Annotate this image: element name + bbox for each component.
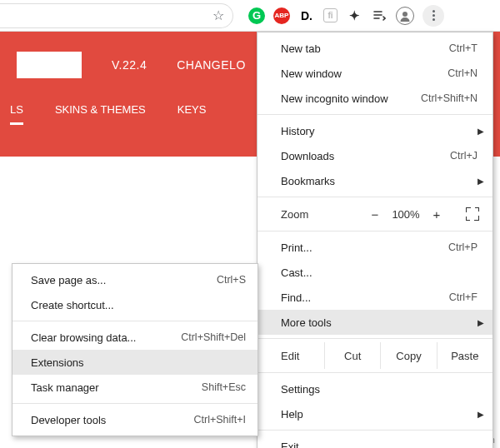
menu-shortcut: Ctrl+Shift+N xyxy=(421,92,478,104)
submenu-create-shortcut[interactable]: Create shortcut... xyxy=(12,292,258,317)
menu-separator xyxy=(258,114,492,115)
menu-shortcut: Ctrl+J xyxy=(450,150,478,162)
menu-label: Exit xyxy=(281,441,478,449)
menu-label: Create shortcut... xyxy=(31,299,246,311)
menu-downloads[interactable]: Downloads Ctrl+J xyxy=(258,143,492,168)
menu-label: Help xyxy=(281,408,478,421)
submenu-task-manager[interactable]: Task manager Shift+Esc xyxy=(12,375,258,400)
menu-separator xyxy=(258,197,492,197)
reading-list-icon[interactable] xyxy=(371,7,388,24)
menu-shortcut: Shift+Esc xyxy=(202,381,246,393)
chrome-main-menu: New tab Ctrl+T New window Ctrl+N New inc… xyxy=(257,32,493,448)
changelog-link[interactable]: CHANGELO xyxy=(177,58,246,72)
menu-shortcut: Ctrl+Shift+I xyxy=(193,414,246,426)
menu-zoom: Zoom − 100% + xyxy=(258,201,492,227)
chrome-menu-button[interactable] xyxy=(422,5,444,27)
menu-label: Settings xyxy=(281,383,478,396)
submenu-arrow-icon: ▶ xyxy=(478,177,484,186)
menu-label: Print... xyxy=(281,241,448,254)
tab-skins-themes[interactable]: SKINS & THEMES xyxy=(55,103,146,125)
submenu-developer-tools[interactable]: Developer tools Ctrl+Shift+I xyxy=(12,407,258,432)
menu-separator xyxy=(12,321,258,321)
menu-label: New window xyxy=(281,67,448,80)
submenu-arrow-icon: ▶ xyxy=(478,318,484,327)
version-label: V.22.4 xyxy=(112,58,147,72)
menu-label: Extensions xyxy=(31,356,246,369)
menu-separator xyxy=(12,403,258,404)
svg-point-0 xyxy=(402,12,408,17)
menu-separator xyxy=(258,372,492,373)
omnibox[interactable]: ☆ xyxy=(0,3,233,28)
menu-more-tools[interactable]: More tools ▶ xyxy=(258,310,492,335)
menu-new-tab[interactable]: New tab Ctrl+T xyxy=(258,36,492,61)
edit-copy-button[interactable]: Copy xyxy=(380,342,436,369)
extensions-puzzle-icon[interactable]: ✦ xyxy=(346,7,362,24)
page-search-input[interactable] xyxy=(17,52,82,78)
tab-ls[interactable]: LS xyxy=(10,103,23,125)
menu-shortcut: Ctrl+S xyxy=(217,274,246,286)
menu-separator xyxy=(258,338,492,339)
menu-shortcut: Ctrl+Shift+Del xyxy=(181,331,246,343)
menu-label: More tools xyxy=(281,316,478,329)
extension-generic-icon[interactable]: fi xyxy=(323,8,338,22)
menu-label: Bookmarks xyxy=(281,175,478,187)
profile-avatar-icon[interactable] xyxy=(396,7,414,25)
extension-d-icon[interactable]: D. xyxy=(298,7,315,24)
menu-shortcut: Ctrl+T xyxy=(449,42,478,54)
menu-find[interactable]: Find... Ctrl+F xyxy=(258,285,492,310)
fullscreen-icon[interactable] xyxy=(466,207,479,221)
edit-label: Edit xyxy=(281,350,324,362)
extension-adblock-icon[interactable]: ABP xyxy=(273,7,290,24)
menu-label: New incognito window xyxy=(281,92,421,105)
menu-label: Clear browsing data... xyxy=(31,331,181,344)
menu-label: History xyxy=(281,125,478,137)
menu-edit: Edit Cut Copy Paste xyxy=(258,342,492,369)
menu-bookmarks[interactable]: Bookmarks ▶ xyxy=(258,168,492,193)
menu-history[interactable]: History ▶ xyxy=(258,118,492,143)
menu-settings[interactable]: Settings xyxy=(258,376,492,401)
menu-separator xyxy=(258,430,492,431)
extension-grammarly-icon[interactable]: G xyxy=(248,7,265,24)
submenu-clear-browsing-data[interactable]: Clear browsing data... Ctrl+Shift+Del xyxy=(12,325,258,350)
menu-separator xyxy=(258,231,492,231)
menu-label: Find... xyxy=(281,291,449,304)
submenu-arrow-icon: ▶ xyxy=(478,127,484,136)
menu-new-incognito[interactable]: New incognito window Ctrl+Shift+N xyxy=(258,86,492,111)
menu-label: Task manager xyxy=(31,381,202,394)
menu-cast[interactable]: Cast... xyxy=(258,260,492,285)
menu-shortcut: Ctrl+F xyxy=(449,291,478,303)
zoom-value: 100% xyxy=(388,208,424,221)
extension-icons: G ABP D. fi ✦ xyxy=(248,5,444,27)
menu-print[interactable]: Print... Ctrl+P xyxy=(258,235,492,260)
menu-label: Cast... xyxy=(281,266,478,279)
bookmark-star-icon[interactable]: ☆ xyxy=(212,7,224,23)
menu-label: Save page as... xyxy=(31,274,217,286)
submenu-save-page[interactable]: Save page as... Ctrl+S xyxy=(12,267,258,292)
edit-cut-button[interactable]: Cut xyxy=(324,342,380,369)
menu-label: New tab xyxy=(281,42,449,55)
zoom-in-button[interactable]: + xyxy=(424,207,449,222)
submenu-extensions[interactable]: Extensions xyxy=(12,350,258,375)
menu-shortcut: Ctrl+P xyxy=(448,241,478,253)
zoom-label: Zoom xyxy=(281,208,362,221)
menu-label: Developer tools xyxy=(31,414,193,426)
tab-keys[interactable]: KEYS xyxy=(178,103,207,125)
browser-toolbar: ☆ G ABP D. fi ✦ xyxy=(0,0,500,32)
zoom-out-button[interactable]: − xyxy=(362,207,388,222)
menu-exit[interactable]: Exit xyxy=(258,434,492,448)
more-tools-submenu: Save page as... Ctrl+S Create shortcut..… xyxy=(12,263,258,436)
menu-help[interactable]: Help ▶ xyxy=(258,401,492,426)
submenu-arrow-icon: ▶ xyxy=(478,410,484,419)
menu-label: Downloads xyxy=(281,150,450,162)
edit-paste-button[interactable]: Paste xyxy=(437,342,492,369)
menu-new-window[interactable]: New window Ctrl+N xyxy=(258,61,492,86)
menu-shortcut: Ctrl+N xyxy=(448,67,478,79)
